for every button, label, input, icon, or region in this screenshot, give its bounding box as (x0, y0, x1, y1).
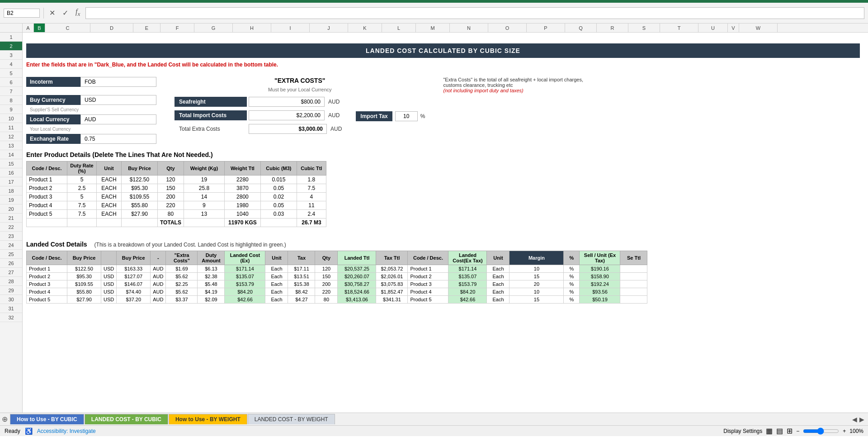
col-header-a[interactable]: A (23, 24, 34, 32)
seafreight-input[interactable] (249, 97, 325, 107)
p5-unit: EACH (97, 210, 122, 218)
content-wrapper[interactable]: LANDED COST CALCULATED BY CUBIC SIZE Ent… (23, 33, 868, 413)
add-sheet-button[interactable]: ⊕ (2, 415, 8, 423)
col-header-e[interactable]: E (133, 24, 160, 32)
sheet-tabs: ⊕ How to Use - BY CUBIC LANDED COST - BY… (0, 413, 868, 425)
p5-buyprice: $27.90 (122, 210, 158, 218)
col-header-i[interactable]: I (271, 24, 310, 32)
col-header-l[interactable]: L (382, 24, 416, 32)
p3-weightttl: 2800 (224, 193, 260, 201)
row-17: 17 (0, 177, 22, 186)
total-extra-input[interactable] (249, 124, 327, 134)
normal-view-icon[interactable]: ▦ (766, 427, 773, 435)
col-header-j[interactable]: J (310, 24, 348, 32)
page-break-icon[interactable]: ⊞ (787, 427, 793, 435)
accessibility-label[interactable]: Accessibility: Investigate (37, 428, 96, 434)
product-row-1: Product 1 5 EACH $122.50 120 19 2280 0.0… (27, 176, 326, 184)
tab-how-to-use-cubic[interactable]: How to Use - BY CUBIC (10, 414, 84, 424)
lr3-tax-ttl: $3,075.83 (376, 280, 408, 288)
lr3-pct: % (564, 280, 580, 288)
lr5-landed-ttl: $3,413.06 (338, 296, 376, 304)
row-numbers: 1 2 3 4 5 6 7 8 9 10 11 12 13 14 15 16 1… (0, 33, 23, 413)
lr4-code: Product 4 (27, 288, 67, 296)
col-header-t[interactable]: T (660, 24, 698, 32)
total-import-input[interactable] (249, 110, 325, 120)
col-header-k[interactable]: K (348, 24, 382, 32)
incoterm-input[interactable] (80, 77, 156, 87)
lr1-code: Product 1 (27, 265, 67, 273)
formula-bar[interactable] (85, 7, 864, 19)
cancel-icon[interactable]: ✕ (47, 8, 57, 18)
extra-note-3: (not including import duty and taxes) (443, 88, 583, 93)
lr4-landed-ttl: $18,524.66 (338, 288, 376, 296)
lr3-bp2: $146.07 (117, 280, 151, 288)
lr2-unit2: Each (487, 273, 509, 280)
col-header-r[interactable]: R (597, 24, 628, 32)
col-header-c[interactable]: C (45, 24, 90, 32)
import-tax-input[interactable] (395, 111, 418, 121)
col-header-h[interactable]: H (233, 24, 271, 32)
exchange-rate-input[interactable] (80, 134, 156, 144)
main-content: LANDED COST CALCULATED BY CUBIC SIZE Ent… (23, 33, 863, 305)
tab-landed-cost-weight[interactable]: LANDED COST - BY WEIGHT (248, 414, 335, 424)
col-header-s[interactable]: S (628, 24, 660, 32)
lr1-sell-unit: $190.16 (580, 265, 620, 273)
row-15: 15 (0, 159, 22, 168)
col-header-b[interactable]: B (34, 24, 45, 32)
local-currency-input[interactable] (80, 114, 156, 124)
lr1-bp2: $163.33 (117, 265, 151, 273)
tab-scroll-right[interactable]: ▶ (859, 416, 864, 423)
lr1-landed-ex: $171.14 (225, 265, 265, 273)
exchange-rate-row: Exchange Rate (26, 134, 156, 144)
lh-code: Code / Desc. (27, 251, 67, 265)
tab-how-to-use-weight[interactable]: How to Use - BY WEIGHT (169, 414, 247, 424)
formula-icon[interactable]: fx (74, 7, 82, 19)
lr1-landed-extax: $171.14 (448, 265, 487, 273)
lr1-tax-ttl: $2,053.72 (376, 265, 408, 273)
col-header-n[interactable]: N (450, 24, 488, 32)
lr2-bp2: $127.07 (117, 273, 151, 280)
lh-qty: Qty (315, 251, 338, 265)
col-header-p[interactable]: P (527, 24, 565, 32)
col-header-u[interactable]: U (698, 24, 728, 32)
col-header-q[interactable]: Q (565, 24, 597, 32)
p1-duty: 5 (67, 176, 97, 184)
confirm-icon[interactable]: ✓ (61, 8, 70, 18)
col-header-g[interactable]: G (194, 24, 233, 32)
lr1-landed-ttl: $20,537.25 (338, 265, 376, 273)
zoom-slider[interactable] (803, 428, 839, 435)
tab-landed-cost-cubic[interactable]: LANDED COST - BY CUBIC (85, 414, 168, 424)
lr5-sell-unit: $50.19 (580, 296, 620, 304)
col-header-o[interactable]: O (488, 24, 527, 32)
page-layout-icon[interactable]: ▤ (776, 427, 783, 435)
p2-qty: 150 (158, 184, 184, 193)
totals-cubic: 26.7 M3 (297, 218, 326, 227)
tab-scroll-left[interactable]: ◀ (852, 416, 857, 423)
buy-currency-input[interactable] (80, 95, 156, 105)
col-header-v[interactable]: V (728, 24, 739, 32)
p3-cubic: 0.02 (260, 193, 297, 201)
lr2-extra: $5.62 (166, 273, 198, 280)
lr1-code2: Product 1 (408, 265, 448, 273)
row-24: 24 (0, 241, 22, 250)
lr5-se-ttl (620, 296, 647, 304)
col-header-d[interactable]: D (90, 24, 133, 32)
extra-costs-sub: Must be your Local Currency (175, 87, 425, 92)
zoom-out-icon[interactable]: − (796, 428, 799, 434)
col-header-m[interactable]: M (416, 24, 450, 32)
p1-cubic: 0.015 (260, 176, 297, 184)
col-header-f[interactable]: F (160, 24, 194, 32)
lr2-sell-unit: $158.90 (580, 273, 620, 280)
col-header-w[interactable]: W (739, 24, 778, 32)
lr1-unit: Each (265, 265, 288, 273)
lr4-cur1: USD (101, 288, 117, 296)
row-23: 23 (0, 232, 22, 241)
lr2-cur2: AUD (151, 273, 166, 280)
display-settings-label[interactable]: Display Settings (723, 428, 762, 434)
status-right: Display Settings ▦ ▤ ⊞ − + 100% (723, 427, 863, 435)
cell-reference-box[interactable] (4, 9, 40, 18)
lr4-sell-unit: $93.56 (580, 288, 620, 296)
zoom-in-icon[interactable]: + (843, 428, 846, 434)
product-col-unit: Unit (97, 162, 122, 176)
lh-sell-unit: Sell / Unit (Ex Tax) (580, 251, 620, 265)
